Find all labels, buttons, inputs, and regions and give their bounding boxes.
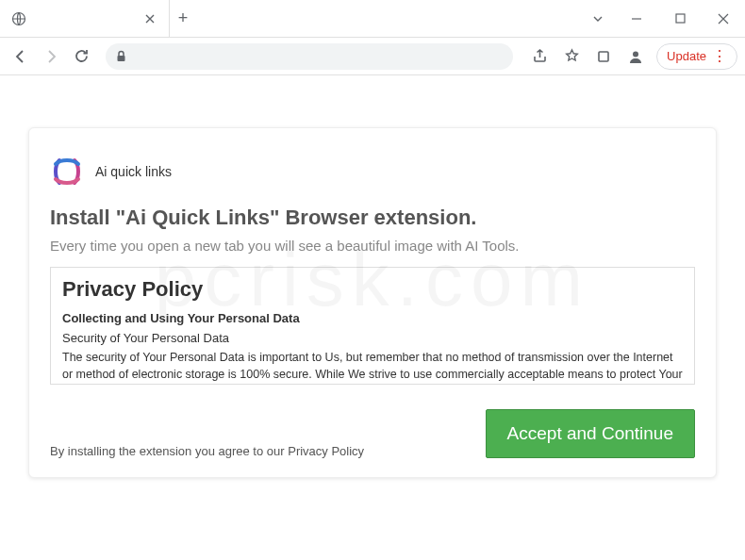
svg-rect-2 (118, 56, 125, 61)
accept-and-continue-button[interactable]: Accept and Continue (486, 409, 695, 458)
back-button[interactable] (8, 43, 34, 70)
kebab-menu-icon: ⋮ (712, 49, 727, 64)
new-tab-button[interactable]: + (170, 0, 196, 37)
agree-text: By installing the extension you agree to… (50, 444, 364, 458)
close-window-button[interactable] (702, 0, 745, 38)
page-content: Ai quick links Install "Ai Quick Links" … (0, 75, 745, 506)
browser-titlebar: + (0, 0, 745, 38)
policy-section-heading: Collecting and Using Your Personal Data (62, 311, 683, 325)
install-card: Ai quick links Install "Ai Quick Links" … (28, 127, 717, 478)
chevron-down-icon[interactable] (581, 0, 615, 37)
policy-body-text: The security of Your Personal Data is im… (62, 349, 683, 385)
svg-rect-1 (676, 14, 685, 23)
privacy-policy-title: Privacy Policy (62, 277, 683, 302)
svg-rect-3 (599, 52, 608, 61)
policy-subsection: Security of Your Personal Data (62, 331, 683, 345)
privacy-policy-box[interactable]: Privacy Policy Collecting and Using Your… (50, 267, 695, 385)
ai-quick-links-logo-icon (50, 155, 84, 189)
minimize-button[interactable] (615, 0, 658, 38)
extensions-icon[interactable] (588, 43, 619, 70)
close-tab-icon[interactable] (142, 11, 157, 26)
bottom-row: By installing the extension you agree to… (50, 409, 695, 458)
reload-button[interactable] (68, 43, 94, 70)
url-input[interactable] (135, 49, 504, 63)
logo-row: Ai quick links (50, 155, 695, 189)
share-icon[interactable] (524, 43, 555, 70)
maximize-button[interactable] (658, 0, 702, 38)
install-subtitle: Every time you open a new tab you will s… (50, 238, 695, 254)
bookmark-star-icon[interactable] (556, 43, 587, 70)
browser-toolbar: Update ⋮ (0, 38, 745, 75)
lock-icon (115, 50, 127, 62)
logo-text: Ai quick links (95, 164, 172, 179)
globe-icon (11, 11, 26, 26)
update-button[interactable]: Update ⋮ (656, 43, 737, 70)
forward-button[interactable] (38, 43, 64, 70)
address-bar[interactable] (106, 43, 513, 70)
update-label: Update (667, 49, 706, 63)
browser-tab[interactable] (0, 0, 170, 37)
svg-point-4 (633, 51, 638, 57)
profile-icon[interactable] (621, 43, 651, 70)
install-title: Install "Ai Quick Links" Browser extensi… (50, 206, 695, 230)
